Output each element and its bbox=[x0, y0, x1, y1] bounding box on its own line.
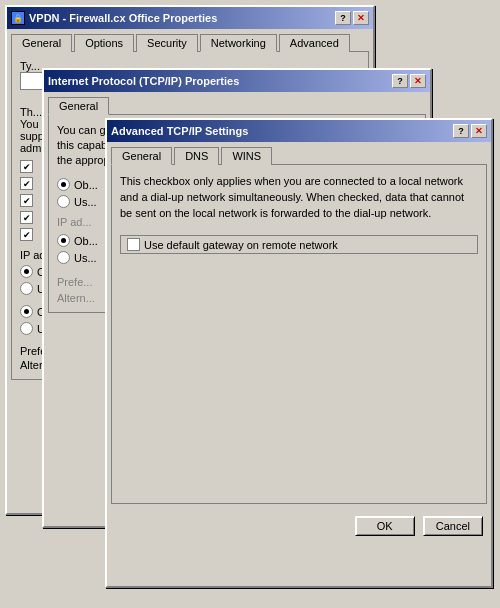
win2-title-label: Internet Protocol (TCP/IP) Properties bbox=[48, 75, 239, 87]
win3-buttons: OK Cancel bbox=[107, 508, 491, 544]
tab-security-win1[interactable]: Security bbox=[136, 34, 198, 52]
advanced-tcpip-window: Advanced TCP/IP Settings ? ✕ General DNS… bbox=[105, 118, 493, 588]
win2-close-button[interactable]: ✕ bbox=[410, 74, 426, 88]
win3-description: This checkbox only applies when you are … bbox=[120, 173, 478, 221]
win3-tab-content: This checkbox only applies when you are … bbox=[111, 164, 487, 504]
win1-controls: ? ✕ bbox=[335, 11, 369, 25]
win1-help-button[interactable]: ? bbox=[335, 11, 351, 25]
win1-checkbox4[interactable]: ✔ bbox=[20, 211, 33, 224]
win1-checkbox5[interactable]: ✔ bbox=[20, 228, 33, 241]
win1-checkbox2[interactable]: ✔ bbox=[20, 177, 33, 190]
tab-options-win1[interactable]: Options bbox=[74, 34, 134, 52]
win3-title-label: Advanced TCP/IP Settings bbox=[111, 125, 248, 137]
win1-title-label: VPDN - Firewall.cx Office Properties bbox=[29, 12, 217, 24]
win3-gateway-label: Use default gateway on remote network bbox=[144, 239, 338, 251]
tab-wins-win3[interactable]: WINS bbox=[221, 147, 272, 165]
win2-manual-ip-label: Us... bbox=[74, 196, 97, 208]
win2-auto-ip-radio[interactable] bbox=[57, 178, 70, 191]
tab-general-win1[interactable]: General bbox=[11, 34, 72, 52]
win2-manual-dns-label: Us... bbox=[74, 252, 97, 264]
win2-auto-dns-radio[interactable] bbox=[57, 234, 70, 247]
win2-manual-ip-radio[interactable] bbox=[57, 195, 70, 208]
win3-help-button[interactable]: ? bbox=[453, 124, 469, 138]
win3-title-text: Advanced TCP/IP Settings bbox=[111, 125, 248, 137]
win1-title-bar[interactable]: 🔒 VPDN - Firewall.cx Office Properties ?… bbox=[7, 7, 373, 29]
win1-dns-radio2[interactable] bbox=[20, 322, 33, 335]
win3-title-bar[interactable]: Advanced TCP/IP Settings ? ✕ bbox=[107, 120, 491, 142]
win3-ok-button[interactable]: OK bbox=[355, 516, 415, 536]
win3-controls: ? ✕ bbox=[453, 124, 487, 138]
win3-cancel-button[interactable]: Cancel bbox=[423, 516, 483, 536]
win2-title-bar[interactable]: Internet Protocol (TCP/IP) Properties ? … bbox=[44, 70, 430, 92]
win2-title-text: Internet Protocol (TCP/IP) Properties bbox=[48, 75, 239, 87]
win3-close-button[interactable]: ✕ bbox=[471, 124, 487, 138]
win1-radio1[interactable] bbox=[20, 265, 33, 278]
win1-close-button[interactable]: ✕ bbox=[353, 11, 369, 25]
win3-gateway-checkbox[interactable] bbox=[127, 238, 140, 251]
win1-tabs-row: General Options Security Networking Adva… bbox=[7, 29, 373, 51]
win3-checkbox-row: Use default gateway on remote network bbox=[120, 235, 478, 254]
win1-icon: 🔒 bbox=[11, 11, 25, 25]
win3-tabs-row: General DNS WINS bbox=[107, 142, 491, 164]
win2-help-button[interactable]: ? bbox=[392, 74, 408, 88]
win1-title-text: 🔒 VPDN - Firewall.cx Office Properties bbox=[11, 11, 217, 25]
win2-auto-ip-label: Ob... bbox=[74, 179, 98, 191]
win1-checkbox1[interactable]: ✔ bbox=[20, 160, 33, 173]
win2-auto-dns-label: Ob... bbox=[74, 235, 98, 247]
win2-tabs-row: General bbox=[44, 92, 430, 114]
win1-checkbox3[interactable]: ✔ bbox=[20, 194, 33, 207]
tab-advanced-win1[interactable]: Advanced bbox=[279, 34, 350, 52]
win2-manual-dns-radio[interactable] bbox=[57, 251, 70, 264]
tab-general-win2[interactable]: General bbox=[48, 97, 109, 115]
win1-dns-radio1[interactable] bbox=[20, 305, 33, 318]
tab-dns-win3[interactable]: DNS bbox=[174, 147, 219, 165]
win2-controls: ? ✕ bbox=[392, 74, 426, 88]
win1-radio2[interactable] bbox=[20, 282, 33, 295]
tab-general-win3[interactable]: General bbox=[111, 147, 172, 165]
tab-networking-win1[interactable]: Networking bbox=[200, 34, 277, 52]
